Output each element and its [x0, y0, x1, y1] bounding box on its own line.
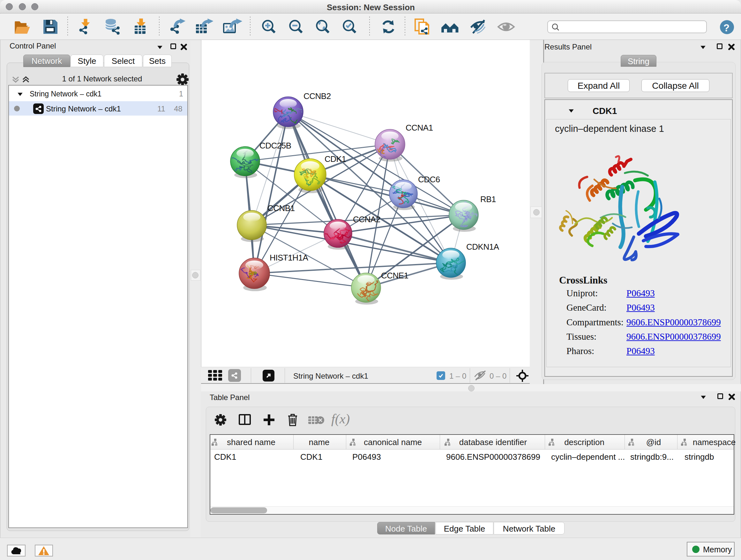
svg-text:CCNB2: CCNB2: [304, 91, 331, 101]
svg-text:HIST1H1A: HIST1H1A: [270, 253, 308, 262]
svg-text:CDK1: CDK1: [325, 154, 346, 164]
svg-text:CDC6: CDC6: [418, 175, 440, 184]
svg-text:CCNA2: CCNA2: [353, 214, 381, 224]
svg-text:CCNA1: CCNA1: [406, 123, 433, 132]
svg-text:CDKN1A: CDKN1A: [466, 242, 499, 252]
svg-text:CDC25B: CDC25B: [259, 141, 291, 150]
svg-text:RB1: RB1: [480, 194, 496, 204]
svg-text:CCNE1: CCNE1: [381, 271, 408, 280]
svg-text:CCNB1: CCNB1: [267, 203, 295, 213]
